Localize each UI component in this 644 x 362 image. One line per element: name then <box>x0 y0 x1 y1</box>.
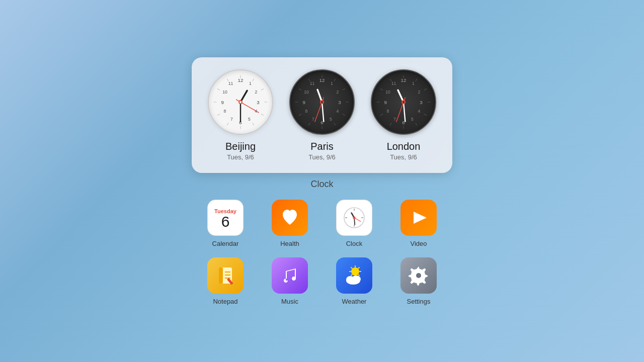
svg-text:11: 11 <box>391 81 396 86</box>
svg-line-30 <box>334 78 336 81</box>
svg-line-2 <box>261 88 264 90</box>
app-item-weather[interactable]: Weather <box>329 257 379 305</box>
svg-point-86 <box>403 101 405 103</box>
svg-line-60 <box>424 88 427 90</box>
svg-line-24 <box>240 90 247 102</box>
svg-text:9: 9 <box>302 99 305 105</box>
svg-text:11: 11 <box>310 81 315 86</box>
svg-line-62 <box>424 114 427 115</box>
video-app-label: Video <box>410 240 427 247</box>
music-icon <box>272 257 308 294</box>
svg-text:6: 6 <box>320 119 323 125</box>
app-item-music[interactable]: Music <box>265 257 315 305</box>
widget-title: Clock <box>310 179 333 190</box>
svg-line-7 <box>227 123 228 125</box>
svg-line-109 <box>358 274 360 276</box>
svg-line-111 <box>351 274 353 276</box>
svg-marker-96 <box>414 212 427 224</box>
paris-date: Tues, 9/6 <box>308 153 336 161</box>
svg-line-68 <box>380 88 383 90</box>
svg-text:12: 12 <box>319 77 325 83</box>
svg-line-31 <box>343 88 345 90</box>
svg-text:1: 1 <box>331 81 333 86</box>
clock-widget[interactable]: 12 3 6 9 1 2 11 10 4 5 7 8 <box>192 57 452 173</box>
svg-text:7: 7 <box>312 116 314 121</box>
svg-line-5 <box>253 123 254 125</box>
svg-text:12: 12 <box>238 77 244 83</box>
clock-face-paris: 12 3 6 9 1 2 11 10 4 5 7 8 <box>289 69 355 135</box>
beijing-date: Tues, 9/6 <box>225 153 256 161</box>
svg-line-82 <box>398 90 404 102</box>
svg-line-110 <box>358 267 360 268</box>
video-icon <box>400 200 437 236</box>
svg-text:5: 5 <box>411 116 414 121</box>
svg-text:8: 8 <box>305 109 308 114</box>
settings-icon <box>400 257 437 294</box>
svg-text:1: 1 <box>412 81 415 86</box>
svg-text:9: 9 <box>221 99 223 105</box>
svg-text:8: 8 <box>224 109 226 114</box>
london-label: London Tues, 9/6 <box>387 141 421 161</box>
paris-city: Paris <box>308 141 336 152</box>
notepad-icon <box>207 257 244 294</box>
app-item-health[interactable]: Health <box>265 200 315 247</box>
london-date: Tues, 9/6 <box>387 153 421 161</box>
clock-face-london: 12 3 6 9 1 2 11 10 4 5 7 8 <box>371 69 436 135</box>
app-item-calendar[interactable]: Tuesday 6 Calendar <box>200 200 251 247</box>
svg-point-57 <box>321 101 323 103</box>
svg-text:10: 10 <box>222 89 227 94</box>
svg-text:5: 5 <box>330 116 332 121</box>
svg-text:6: 6 <box>402 119 405 125</box>
svg-line-83 <box>404 102 405 122</box>
svg-text:12: 12 <box>401 77 407 83</box>
notepad-app-label: Notepad <box>213 298 237 305</box>
health-icon <box>272 200 308 236</box>
svg-text:4: 4 <box>337 109 339 114</box>
svg-line-53 <box>317 89 322 102</box>
svg-text:7: 7 <box>230 116 233 121</box>
svg-point-95 <box>353 216 356 219</box>
svg-text:3: 3 <box>420 99 422 105</box>
svg-line-10 <box>217 88 220 90</box>
svg-text:1: 1 <box>249 81 252 86</box>
svg-text:3: 3 <box>338 99 341 105</box>
svg-text:7: 7 <box>393 116 396 121</box>
svg-point-28 <box>239 101 242 103</box>
svg-line-4 <box>261 114 264 115</box>
svg-text:2: 2 <box>255 89 258 94</box>
app-item-notepad[interactable]: Notepad <box>200 257 251 305</box>
london-city: London <box>387 141 421 152</box>
weather-icon <box>336 257 372 294</box>
svg-line-37 <box>299 114 301 115</box>
svg-line-33 <box>343 114 345 115</box>
svg-text:2: 2 <box>337 89 339 94</box>
svg-text:10: 10 <box>385 89 390 94</box>
app-grid: Tuesday 6 Calendar Health <box>200 200 444 305</box>
svg-text:9: 9 <box>384 99 386 105</box>
clock-item-beijing: 12 3 6 9 1 2 11 10 4 5 7 8 <box>208 69 273 161</box>
svg-line-39 <box>299 88 301 90</box>
svg-line-63 <box>416 123 417 125</box>
svg-line-108 <box>351 267 353 268</box>
svg-point-116 <box>416 273 421 278</box>
settings-app-label: Settings <box>407 298 431 305</box>
svg-line-34 <box>334 123 336 125</box>
paris-label: Paris Tues, 9/6 <box>308 141 336 161</box>
svg-text:8: 8 <box>387 109 389 114</box>
svg-rect-98 <box>219 267 223 284</box>
calendar-icon: Tuesday 6 <box>207 200 244 236</box>
svg-text:3: 3 <box>257 99 259 105</box>
svg-line-65 <box>390 123 391 125</box>
app-item-video[interactable]: Video <box>393 200 444 247</box>
svg-text:5: 5 <box>248 116 251 121</box>
clock-app-label: Clock <box>346 240 363 247</box>
app-item-clock[interactable]: Clock <box>329 200 379 247</box>
weather-app-label: Weather <box>342 298 367 305</box>
svg-text:11: 11 <box>228 81 233 86</box>
svg-point-114 <box>352 276 361 283</box>
svg-line-8 <box>217 114 220 115</box>
svg-line-59 <box>416 78 417 81</box>
clock-item-paris: 12 3 6 9 1 2 11 10 4 5 7 8 <box>289 69 355 161</box>
app-item-settings[interactable]: Settings <box>393 257 444 305</box>
svg-point-103 <box>351 267 359 276</box>
